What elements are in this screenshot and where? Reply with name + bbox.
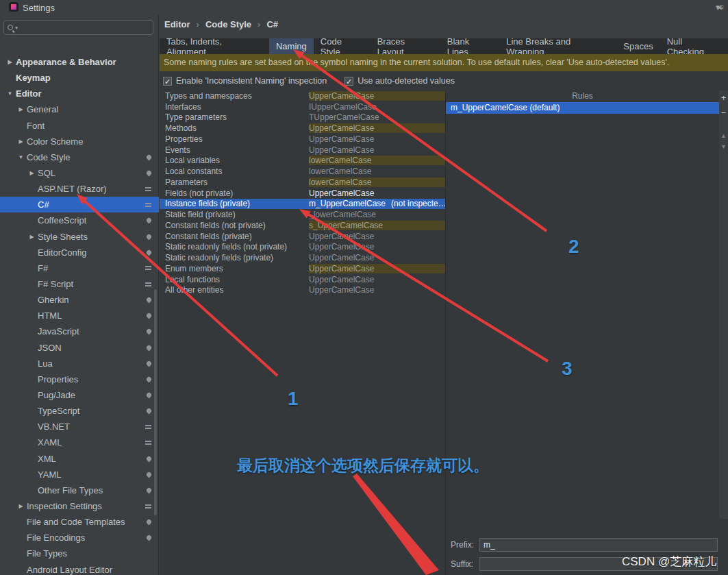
naming-style-cell: lowerCamelCase [309, 178, 445, 187]
sidebar-item[interactable]: EditorConfig [0, 245, 159, 260]
sidebar-item[interactable]: TypeScript [0, 403, 159, 419]
tab[interactable]: Spaces [616, 38, 660, 54]
entity-kind-cell: Properties [160, 134, 309, 144]
sidebar-item[interactable]: ASP.NET (Razor) [0, 181, 159, 197]
tab[interactable]: Naming [269, 38, 314, 54]
sidebar-item[interactable]: ▶ Inspection Settings [0, 498, 159, 514]
add-rule-button[interactable]: + [721, 90, 727, 106]
sidebar-item-label: Font [27, 121, 45, 131]
tab[interactable]: Blank Lines [440, 38, 499, 54]
rules-list: m_UpperCamelCase (default) [446, 102, 719, 114]
sidebar-item[interactable]: Android Layout Editor [0, 562, 159, 575]
sidebar-item[interactable]: Pug/Jade [0, 387, 159, 403]
tab[interactable]: Null Checking [660, 38, 728, 54]
rule-list-item[interactable]: m_UpperCamelCase (default) [446, 102, 719, 114]
window-title: Settings [23, 3, 55, 13]
settings-search[interactable]: ▾ [3, 20, 153, 35]
sidebar-item[interactable]: ▼ Code Style [0, 149, 159, 165]
sidebar-item[interactable]: F# [0, 260, 159, 276]
table-row[interactable]: Static field (private) _lowerCamelCase [160, 209, 445, 220]
tab-label: Spaces [623, 41, 653, 51]
move-up-button[interactable]: ▲ [720, 130, 727, 141]
expand-arrow-icon[interactable]: ▶ [26, 170, 38, 176]
table-row[interactable]: Events UpperCamelCase [160, 145, 445, 156]
remove-rule-button[interactable]: − [721, 106, 727, 121]
tab[interactable]: Tabs, Indents, Alignment [160, 38, 269, 54]
expand-arrow-icon[interactable]: ▶ [4, 59, 16, 65]
sidebar-item[interactable]: Other File Types [0, 482, 159, 498]
sidebar-item[interactable]: XML [0, 451, 159, 467]
table-row[interactable]: Methods UpperCamelCase [160, 123, 445, 134]
hidden-tabs-icon[interactable]: ▾≡ [716, 3, 724, 12]
sidebar-item-label: CoffeeScript [38, 215, 86, 225]
table-row[interactable]: Instance fields (private) m_UpperCamelCa… [160, 199, 445, 210]
prefix-input[interactable] [479, 538, 718, 552]
sidebar-item[interactable]: ▼ Editor [0, 86, 159, 101]
tab[interactable]: Code Style [314, 38, 371, 54]
naming-style-cell: UpperCamelCase [309, 91, 445, 101]
table-row[interactable]: Static readonly fields (not private) Upp… [160, 242, 445, 253]
tab[interactable]: Braces Layout [371, 38, 440, 54]
table-row[interactable]: Constant fields (not private) s_UpperCam… [160, 220, 445, 231]
sidebar-item-label: C# [38, 199, 49, 210]
sidebar-item[interactable]: File Types [0, 546, 159, 561]
checkbox[interactable]: ✓ Enable 'Inconsistent Naming' inspectio… [163, 76, 327, 86]
expand-arrow-icon[interactable]: ▶ [15, 138, 27, 145]
sidebar-item[interactable]: ▶ General [0, 101, 159, 117]
checkbox[interactable]: ✓ Use auto-detected values [344, 76, 455, 86]
expand-arrow-icon[interactable]: ▶ [15, 503, 27, 509]
sidebar-item[interactable]: Lua [0, 356, 159, 371]
search-input[interactable] [21, 23, 149, 32]
sidebar-item[interactable]: File Encodings [0, 530, 159, 546]
sidebar-item[interactable]: VB.NET [0, 419, 159, 435]
checkbox-check-icon[interactable]: ✓ [344, 77, 353, 86]
sidebar-item[interactable]: Keymap [0, 70, 159, 86]
table-row[interactable]: Type parameters TUpperCamelCase [160, 112, 445, 123]
table-row[interactable]: Static readonly fields (private) UpperCa… [160, 252, 445, 263]
breadcrumb-csharp: C# [266, 19, 278, 29]
sidebar-item[interactable]: XAML [0, 435, 159, 450]
sidebar-item[interactable]: ▶ Color Scheme [0, 134, 159, 149]
override-badge-icon [146, 535, 153, 541]
table-row[interactable]: Enum members UpperCamelCase [160, 263, 445, 274]
table-row[interactable]: Interfaces IUpperCamelCase [160, 101, 445, 112]
table-row[interactable]: Local functions UpperCamelCase [160, 274, 445, 285]
sidebar-item[interactable]: C# [0, 197, 159, 212]
breadcrumb-code-style[interactable]: Code Style [205, 19, 251, 29]
sidebar-item[interactable]: F# Script [0, 276, 159, 292]
sidebar-item[interactable]: Properties [0, 371, 159, 387]
move-down-button[interactable]: ▼ [720, 141, 727, 152]
sidebar-item[interactable]: YAML [0, 467, 159, 482]
expand-arrow-icon[interactable]: ▶ [15, 106, 27, 112]
expand-arrow-icon[interactable]: ▼ [4, 90, 16, 97]
sidebar-item[interactable]: HTML [0, 308, 159, 323]
sidebar-item[interactable]: ▶ Style Sheets [0, 229, 159, 245]
table-row[interactable]: Fields (not private) UpperCamelCase [160, 188, 445, 199]
sidebar-item[interactable]: ▶ SQL [0, 165, 159, 181]
naming-style-cell: m_UpperCamelCase(not inspecte… [309, 199, 445, 208]
table-row[interactable]: Parameters lowerCamelCase [160, 177, 445, 188]
expand-arrow-icon[interactable]: ▼ [15, 154, 27, 160]
sidebar-item[interactable]: JSON [0, 340, 159, 356]
sidebar-item[interactable]: JavaScript [0, 323, 159, 339]
breadcrumb-editor[interactable]: Editor [164, 19, 190, 29]
tab[interactable]: Line Breaks and Wrapping [499, 38, 616, 54]
table-row[interactable]: Local constants lowerCamelCase [160, 166, 445, 177]
checkbox-check-icon[interactable]: ✓ [163, 77, 172, 86]
table-row[interactable]: All other entities UpperCamelCase [160, 285, 445, 296]
sidebar-item[interactable]: ▶ Appearance & Behavior [0, 54, 159, 70]
sidebar-item[interactable]: File and Code Templates [0, 514, 159, 530]
entity-kind-cell: Constant fields (not private) [160, 221, 309, 230]
table-row[interactable]: Types and namespaces UpperCamelCase [160, 90, 445, 101]
table-row[interactable]: Properties UpperCamelCase [160, 134, 445, 145]
table-row[interactable]: Constant fields (private) UpperCamelCase [160, 231, 445, 242]
override-badge-icon [146, 297, 153, 304]
table-row[interactable]: Local variables lowerCamelCase [160, 156, 445, 167]
sidebar-item[interactable]: Font [0, 118, 159, 134]
sidebar-item[interactable]: Gherkin [0, 292, 159, 308]
sidebar-item[interactable]: CoffeeScript [0, 212, 159, 228]
suffix-input[interactable] [479, 557, 718, 571]
naming-style-cell: IUpperCamelCase [309, 102, 445, 112]
expand-arrow-icon[interactable]: ▶ [26, 234, 38, 240]
sidebar-scrollbar[interactable] [154, 289, 157, 515]
